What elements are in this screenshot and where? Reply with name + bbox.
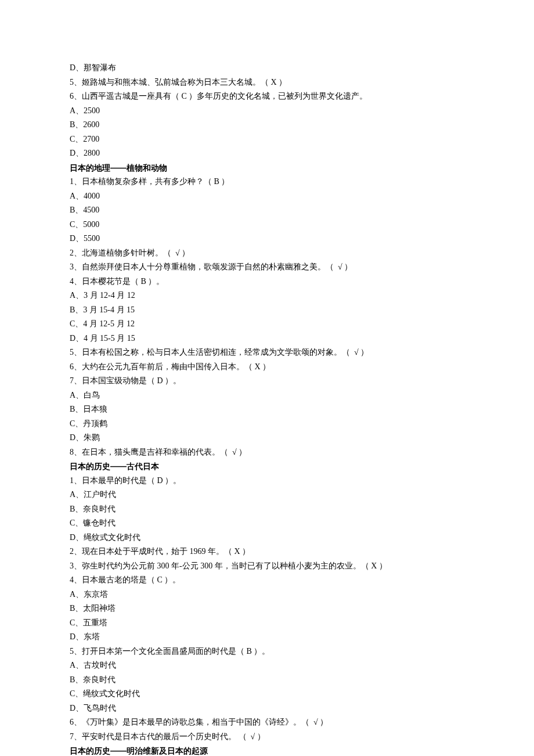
text-line: 1、日本植物复杂多样，共有多少种？（ B ） (70, 175, 464, 189)
text-line: C、2700 (70, 132, 464, 147)
text-line: 7、平安时代是日本古代的最后一个历史时代。 （ √ ） (70, 730, 464, 744)
text-line: 8、在日本，猫头鹰是吉祥和幸福的代表。（ √ ） (70, 445, 464, 460)
text-line: A、4000 (70, 189, 464, 204)
text-line: 5、打开日本第一个文化全面昌盛局面的时代是（ B ）。 (70, 645, 464, 659)
text-line: C、5000 (70, 218, 464, 232)
text-line: C、4 月 12-5 月 12 (70, 317, 464, 332)
text-line: 4、日本樱花节是（ B ）。 (70, 275, 464, 289)
text-line: D、东塔 (70, 630, 464, 645)
text-line: D、2800 (70, 146, 464, 161)
text-line: 4、日本最古老的塔是（ C ）。 (70, 573, 464, 588)
text-line: C、五重塔 (70, 616, 464, 631)
text-line: D、朱鹮 (70, 431, 464, 445)
document-page: D、那智瀑布5、姬路城与和熊本城、弘前城合称为日本三大名城。（ X ）6、山西平… (0, 0, 534, 756)
text-line: 1、日本最早的时代是（ D ）。 (70, 474, 464, 488)
text-line: 3、自然崇拜使日本人十分尊重植物，歌颂发源于自然的朴素幽雅之美。（ √ ） (70, 260, 464, 275)
text-line: 3、弥生时代约为公元前 300 年-公元 300 年，当时已有了以种植小麦为主的… (70, 559, 464, 574)
text-line: 6、大约在公元九百年前后，梅由中国传入日本。（ X ） (70, 360, 464, 375)
text-line: A、3 月 12-4 月 12 (70, 289, 464, 303)
text-line: 6、山西平遥古城是一座具有（ C ）多年历史的文化名城，已被列为世界文化遗产。 (70, 89, 464, 104)
text-line: D、那智瀑布 (70, 61, 464, 75)
section-heading: 日本的地理——植物和动物 (70, 161, 464, 175)
text-line: 2、现在日本处于平成时代，始于 1969 年。（ X ） (70, 545, 464, 559)
text-line: B、日本狼 (70, 402, 464, 417)
text-line: D、5500 (70, 232, 464, 246)
text-line: A、白鸟 (70, 388, 464, 403)
text-line: C、镰仓时代 (70, 516, 464, 531)
text-line: B、4500 (70, 203, 464, 218)
text-line: B、3 月 15-4 月 15 (70, 303, 464, 318)
text-line: D、飞鸟时代 (70, 701, 464, 716)
text-line: 6、《万叶集》是日本最早的诗歌总集，相当于中国的《诗经》。（ √ ） (70, 715, 464, 730)
text-line: B、奈良时代 (70, 673, 464, 687)
text-line: A、江户时代 (70, 488, 464, 502)
text-line: A、古坟时代 (70, 658, 464, 673)
text-line: A、2500 (70, 104, 464, 118)
text-line: D、绳纹式文化时代 (70, 531, 464, 545)
text-line: D、4 月 15-5 月 15 (70, 332, 464, 346)
text-line: 5、日本有松国之称，松与日本人生活密切相连，经常成为文学歌颂的对象。（ √ ） (70, 345, 464, 360)
text-line: C、绳纹式文化时代 (70, 687, 464, 701)
text-line: B、太阳神塔 (70, 602, 464, 616)
text-line: B、奈良时代 (70, 502, 464, 517)
text-line: 2、北海道植物多针叶树。（ √ ） (70, 246, 464, 261)
text-line: B、2600 (70, 118, 464, 132)
section-heading: 日本的历史——明治维新及日本的起源 (70, 744, 464, 756)
section-heading: 日本的历史——古代日本 (70, 459, 464, 474)
text-line: 5、姬路城与和熊本城、弘前城合称为日本三大名城。（ X ） (70, 75, 464, 90)
text-line: C、丹顶鹤 (70, 417, 464, 431)
text-line: 7、日本国宝级动物是（ D ）。 (70, 374, 464, 388)
text-line: A、东京塔 (70, 588, 464, 602)
